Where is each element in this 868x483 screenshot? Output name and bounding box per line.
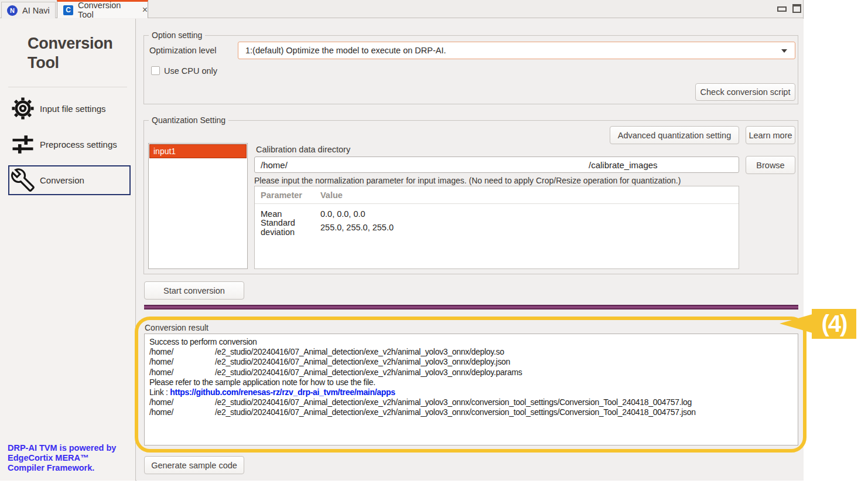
result-line: /home//e2_studio/20240416/07_Animal_dete…	[149, 357, 793, 367]
calibration-path-prefix: /home/	[261, 160, 589, 170]
minimize-icon[interactable]	[777, 6, 787, 12]
conversion-result-output[interactable]: Success to perform conversion /home//e2_…	[144, 334, 798, 445]
optimization-level-value: 1:(default) Optimize the model to execut…	[245, 46, 446, 55]
tab-ai-navi[interactable]: N AI Navi	[1, 2, 56, 18]
powered-by-note: DRP-AI TVM is powered by EdgeCortix MERA…	[8, 443, 125, 473]
quantization-setting-legend: Quantization Setting	[149, 115, 228, 125]
sidebar-divider	[8, 87, 127, 87]
quantization-setting-group: Quantization Setting Advanced quantizati…	[143, 120, 798, 274]
tab-bar: N AI Navi C Conversion Tool ×	[0, 0, 803, 18]
value-cell: 0.0, 0.0, 0.0	[320, 209, 739, 219]
result-line: Success to perform conversion	[149, 337, 793, 347]
calibration-path-suffix: /calibrate_images	[589, 160, 658, 170]
start-conversion-button[interactable]: Start conversion	[144, 281, 244, 300]
tab-ai-navi-label: AI Navi	[22, 6, 50, 15]
option-setting-legend: Option setting	[149, 30, 205, 40]
browse-button[interactable]: Browse	[746, 156, 795, 174]
annotation-step-label: (4)	[812, 309, 856, 339]
calibration-directory-input[interactable]: /home/ /calibrate_images	[254, 157, 739, 173]
conversion-result-label: Conversion result	[145, 323, 209, 332]
sidebar-item-label: Input file settings	[40, 104, 106, 114]
sliders-icon	[9, 132, 36, 157]
sidebar-item-preprocess-settings[interactable]: Preprocess settings	[0, 131, 136, 158]
calibration-directory-label: Calibration data directory	[256, 145, 350, 154]
result-line: /home//e2_studio/20240416/07_Animal_dete…	[149, 368, 793, 377]
tab-conversion-tool-label: Conversion Tool	[78, 1, 133, 19]
result-line: Link : https://github.com/renesas-rz/rzv…	[149, 387, 793, 397]
optimization-level-dropdown[interactable]: 1:(default) Optimize the model to execut…	[238, 42, 795, 59]
screen: N AI Navi C Conversion Tool × Conversion…	[0, 0, 868, 483]
list-item-input1[interactable]: input1	[149, 144, 247, 158]
maximize-icon[interactable]	[792, 4, 801, 13]
gear-icon	[9, 96, 36, 121]
learn-more-button[interactable]: Learn more	[746, 126, 795, 144]
conversion-tool-icon: C	[63, 5, 73, 15]
sidebar-item-label: Preprocess settings	[40, 140, 117, 149]
table-header-value: Value	[320, 191, 739, 200]
normalization-table: Parameter Value Mean 0.0, 0.0, 0.0 Stand…	[254, 186, 739, 269]
result-line: /home//e2_studio/20240416/07_Animal_dete…	[149, 407, 793, 417]
table-header-row: Parameter Value	[255, 186, 739, 204]
result-line: Please refer to the sample application n…	[149, 377, 793, 387]
use-cpu-only-label: Use CPU only	[164, 66, 217, 76]
tab-conversion-tool[interactable]: C Conversion Tool ×	[57, 0, 148, 18]
ai-navi-icon: N	[7, 5, 18, 16]
check-conversion-script-button[interactable]: Check conversion script	[695, 83, 795, 101]
table-row[interactable]: Standard deviation 255.0, 255.0, 255.0	[255, 220, 739, 234]
parameter-cell: Mean	[255, 209, 320, 219]
table-header-parameter: Parameter	[255, 191, 320, 200]
option-setting-group: Option setting Optimization level 1:(def…	[143, 35, 798, 104]
advanced-quantization-setting-button[interactable]: Advanced quantization setting	[610, 126, 739, 144]
app-title: Conversion Tool	[28, 34, 130, 73]
use-cpu-only-checkbox[interactable]	[151, 66, 160, 75]
result-line: /home//e2_studio/20240416/07_Animal_dete…	[149, 397, 793, 407]
sidebar-item-input-file-settings[interactable]: Input file settings	[0, 95, 136, 122]
wrench-icon	[9, 168, 36, 192]
result-line: /home//e2_studio/20240416/07_Animal_dete…	[149, 347, 793, 357]
chevron-down-icon	[781, 49, 787, 53]
parameter-cell: Standard deviation	[255, 218, 320, 237]
input-list[interactable]: input1	[148, 143, 248, 269]
optimization-level-label: Optimization level	[149, 46, 216, 55]
tab-close-icon[interactable]: ×	[142, 5, 148, 15]
generate-sample-code-button[interactable]: Generate sample code	[144, 456, 244, 474]
value-cell: 255.0, 255.0, 255.0	[320, 223, 739, 232]
sidebar: Conversion Tool	[0, 19, 136, 481]
sidebar-item-label: Conversion	[40, 175, 84, 185]
progress-bar	[144, 305, 798, 309]
normalization-note: Please input the normalization parameter…	[254, 176, 746, 185]
sidebar-item-conversion[interactable]: Conversion	[0, 166, 136, 193]
app-window: N AI Navi C Conversion Tool × Conversion…	[0, 0, 804, 481]
table-row[interactable]: Mean 0.0, 0.0, 0.0	[255, 207, 739, 220]
github-apps-link[interactable]: https://github.com/renesas-rz/rzv_drp-ai…	[170, 387, 395, 397]
